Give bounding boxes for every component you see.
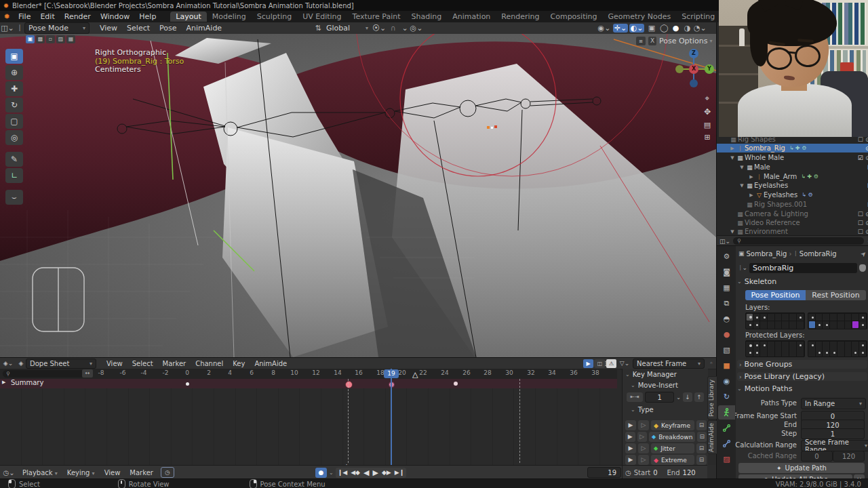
outliner-row-camera-lighting[interactable]: ▦ Camera & Lighting ☐⊙▤ (717, 209, 868, 218)
collapse-arrow-icon[interactable]: ▼ (729, 229, 736, 235)
eye-icon[interactable]: ⊙ (865, 211, 868, 218)
viewport-menu-pose[interactable]: Pose (155, 24, 181, 33)
keyframe-dot-frame0[interactable] (186, 382, 189, 386)
mirror-x-icon[interactable]: ⧈ (636, 37, 646, 45)
blender-menu-icon[interactable]: ✹ (0, 12, 14, 21)
outliner-row-male-arm[interactable]: ▶ ᛁ Male_Arm ↳ ✚ ⚙ ⊙▤ (717, 172, 868, 181)
gizmo-z-neg-axis[interactable] (690, 79, 698, 87)
snap-dropdown[interactable]: Nearest Frame▾ (633, 359, 705, 369)
shading-wireframe-icon[interactable]: ◯ (659, 24, 669, 33)
gizmo-y-neg-axis[interactable] (675, 65, 684, 73)
tool-move[interactable]: ✚ (5, 81, 23, 96)
workspace-tab-layout[interactable]: Layout (170, 12, 206, 22)
breadcrumb-object[interactable]: Sombra_Rig (747, 250, 787, 258)
protected-layers-grid-2[interactable] (808, 340, 867, 357)
move-insert-amount-field[interactable]: 1 (645, 392, 674, 403)
workspace-tab-animation[interactable]: Animation (447, 12, 496, 22)
select-intersect-icon[interactable]: ▦ (66, 35, 75, 43)
playhead-line[interactable] (391, 369, 392, 466)
current-frame-field[interactable]: 19 (587, 467, 621, 478)
tab-bone-constraint[interactable] (718, 436, 735, 451)
tab-scene[interactable]: ◓ (718, 312, 735, 326)
jump-left-icon[interactable]: ⇤⇥ (627, 392, 643, 402)
pivot-point-icon[interactable]: ⦿⌄ (372, 24, 387, 33)
clock-icon[interactable]: ◷ (625, 469, 631, 476)
dopesheet-menu-view[interactable]: View (102, 360, 127, 367)
gizmo-x-axis[interactable]: X (689, 64, 698, 74)
shading-solid-icon[interactable]: ● (671, 24, 681, 33)
delete-keys-icon[interactable]: ⊟ (696, 443, 707, 453)
gizmo-y-axis[interactable]: Y (705, 64, 714, 74)
timeline-menu-playback[interactable]: Playback ▾ (18, 469, 62, 476)
snap-magnet-icon[interactable]: ∩ (387, 24, 400, 33)
delete-keys-icon[interactable]: ⊟ (696, 455, 707, 465)
checkbox-icon[interactable]: ☐ (858, 220, 863, 226)
mode-dropdown[interactable]: Pose Mode▾ (24, 22, 90, 34)
timeline-editor-icon[interactable]: ◷⌄ (0, 469, 18, 476)
pose-options-dropdown[interactable]: Pose Options ▾ (659, 37, 712, 45)
datablock-name-field[interactable]: SombraRig (749, 263, 857, 273)
tool-measure[interactable]: ∟ (5, 168, 23, 183)
dopesheet-mode-dropdown[interactable]: Dope Sheet▾ (26, 359, 96, 369)
mirror-x-label[interactable]: X (648, 37, 656, 45)
shading-material-icon[interactable]: ◑ (682, 24, 692, 33)
eye-icon[interactable]: ⊙ (865, 155, 868, 161)
outliner-row-male[interactable]: ▼ ▦ Male ☑⊙▤ (717, 163, 868, 171)
keytype-jitter-button[interactable]: ◆Jitter (651, 443, 694, 453)
timeline-menu-marker[interactable]: Marker (125, 469, 158, 476)
workspace-tab-modeling[interactable]: Modeling (207, 12, 252, 22)
jump-to-start-button[interactable]: ❙◀ (338, 469, 347, 476)
eye-icon[interactable]: ⊙ (865, 136, 868, 143)
armature-layers-grid-2[interactable] (808, 312, 867, 329)
tab-bone[interactable] (718, 421, 735, 435)
outliner-row-eyelashes-collection[interactable]: ▼ ▦ Eyelashes ☑⊙▤ (717, 181, 868, 190)
dopesheet-menu-select[interactable]: Select (127, 360, 158, 367)
fake-user-shield-icon[interactable] (859, 264, 866, 272)
collapse-arrow-icon[interactable]: ▼ (738, 183, 745, 188)
tab-collection[interactable]: ▧ (718, 343, 735, 357)
expand-arrow-icon[interactable]: ▶ (748, 192, 755, 198)
jump-to-end-button[interactable]: ▶❙ (395, 469, 404, 476)
select-subtract-icon[interactable]: ▫ (46, 35, 55, 43)
workspace-tab-rendering[interactable]: Rendering (496, 12, 545, 22)
dopesheet-search-input[interactable]: ⚲ (3, 370, 85, 378)
key-manager-header[interactable]: ⌄ Key Manager (623, 369, 708, 380)
zoom-view-icon[interactable]: ⌖ (701, 94, 714, 107)
select-keys-icon[interactable]: ▶ (625, 455, 636, 465)
tab-object[interactable]: ■ (718, 359, 735, 373)
end-value[interactable]: 120 (683, 469, 696, 476)
viewport-menu-select[interactable]: Select (122, 24, 155, 33)
ghost-frames-icon[interactable]: ◫ (595, 359, 605, 368)
play-button[interactable]: ▶ (372, 468, 378, 477)
pose-position-button[interactable]: Pose Position (745, 290, 806, 300)
checkbox-icon[interactable]: ☐ (858, 211, 863, 218)
amount-dropdown-icon[interactable]: ⌄ (676, 394, 681, 401)
expand-channels-icon[interactable]: ↔ (82, 369, 93, 378)
skeleton-panel-header[interactable]: ⌄ Skeleton (737, 277, 867, 286)
show-gizmo-icon[interactable]: ✛⌄ (613, 24, 628, 33)
deselect-keys-icon[interactable]: ▷ (637, 432, 648, 442)
checkbox-icon[interactable]: ☐ (858, 136, 863, 143)
camera-view-icon[interactable]: ▤ (701, 121, 714, 133)
dopesheet-menu-key[interactable]: Key (228, 360, 250, 367)
select-extend-icon[interactable]: ▩ (36, 35, 45, 43)
tab-constraints[interactable]: ↻ (718, 390, 735, 404)
select-keys-icon[interactable]: ▶ (625, 443, 636, 453)
start-value[interactable]: 0 (653, 469, 657, 476)
sync-icon[interactable]: ◷ (161, 467, 174, 478)
menu-help[interactable]: Help (134, 12, 161, 21)
prev-keyframe-button[interactable]: ◀◆ (351, 469, 360, 476)
rest-position-button[interactable]: Rest Position (806, 290, 866, 300)
tool-rotate[interactable]: ↻ (5, 98, 23, 113)
workspace-tab-geometry-nodes[interactable]: Geometry Nodes (602, 12, 676, 22)
update-path-button[interactable]: ✦ Update Path (738, 463, 865, 473)
collapse-arrow-icon[interactable]: ▼ (738, 165, 745, 170)
tab-output[interactable]: ▦ (718, 281, 735, 295)
tool-cursor[interactable]: ⊕ (5, 65, 23, 80)
dopesheet-menu-animaide[interactable]: AnimAide (250, 360, 292, 367)
deselect-keys-icon[interactable]: ▷ (638, 455, 649, 465)
select-invert-icon[interactable]: ▨ (56, 35, 65, 43)
object-visibility-icon[interactable]: ◉⌄ (597, 24, 612, 33)
checkbox-icon[interactable]: ☑ (858, 155, 863, 161)
checkbox-icon[interactable]: ☐ (858, 228, 863, 235)
